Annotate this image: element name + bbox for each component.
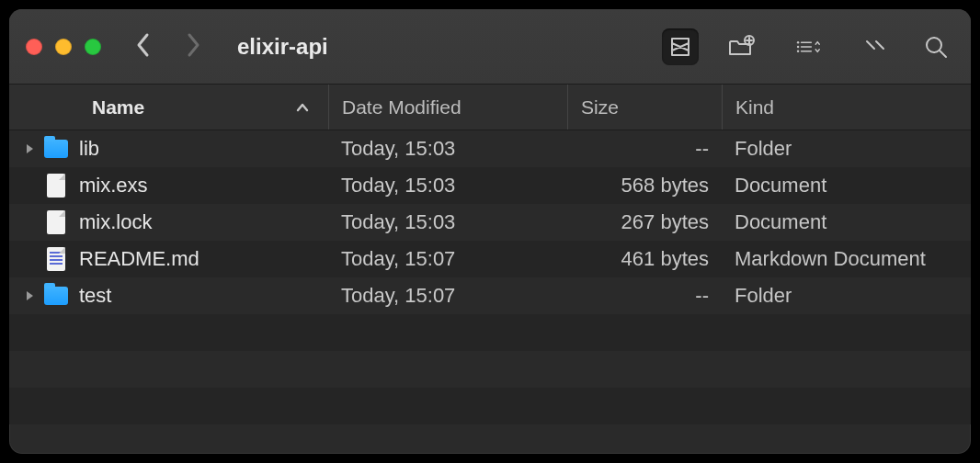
file-kind: Document [735, 174, 826, 198]
file-row[interactable]: testToday, 15:07--Folder [9, 277, 971, 314]
file-name: mix.lock [79, 210, 152, 234]
new-folder-button[interactable] [723, 28, 759, 65]
file-date: Today, 15:07 [341, 247, 455, 271]
column-header-size[interactable]: Size [567, 85, 722, 130]
file-date: Today, 15:07 [341, 284, 455, 308]
column-header-date[interactable]: Date Modified [328, 85, 567, 130]
search-button[interactable] [917, 28, 954, 65]
column-headers: Name Date Modified Size Kind [9, 85, 971, 130]
file-size: -- [695, 284, 709, 308]
file-date: Today, 15:03 [341, 210, 455, 234]
column-header-label: Date Modified [342, 96, 462, 119]
forward-button[interactable] [184, 31, 202, 62]
file-kind: Folder [735, 137, 792, 161]
file-size: 267 bytes [621, 210, 709, 234]
file-row[interactable]: README.mdToday, 15:07461 bytesMarkdown D… [9, 241, 971, 277]
file-size: 568 bytes [621, 174, 709, 198]
finder-window: elixir-api [9, 9, 971, 454]
file-kind: Folder [735, 284, 792, 308]
toolbar: elixir-api [9, 9, 971, 85]
empty-row [9, 314, 971, 351]
file-kind: Markdown Document [735, 247, 926, 271]
disclosure-triangle-icon[interactable] [20, 289, 39, 302]
svg-point-2 [797, 45, 799, 47]
svg-point-1 [797, 41, 799, 43]
column-header-label: Kind [735, 96, 774, 119]
file-list: libToday, 15:03--Foldermix.exsToday, 15:… [9, 130, 971, 454]
empty-row [9, 351, 971, 388]
column-header-label: Size [581, 96, 619, 119]
navigation-arrows [134, 31, 202, 62]
view-options-button[interactable] [783, 28, 833, 65]
overflow-button[interactable] [857, 28, 894, 65]
file-size: -- [695, 137, 709, 161]
file-name: test [79, 284, 111, 308]
file-row[interactable]: mix.exsToday, 15:03568 bytesDocument [9, 167, 971, 204]
back-button[interactable] [134, 31, 153, 62]
toolbar-actions [662, 28, 954, 65]
close-window-button[interactable] [26, 39, 42, 55]
window-controls [26, 39, 101, 55]
file-date: Today, 15:03 [341, 174, 455, 198]
document-file-icon [44, 210, 68, 234]
file-kind: Document [735, 210, 826, 234]
file-name: mix.exs [79, 174, 148, 198]
markdown-file-icon [44, 247, 68, 271]
column-header-name[interactable]: Name [9, 85, 328, 130]
disclosure-triangle-icon[interactable] [20, 142, 39, 155]
file-name: README.md [79, 247, 199, 271]
document-file-icon [44, 174, 68, 198]
file-row[interactable]: mix.lockToday, 15:03267 bytesDocument [9, 204, 971, 241]
folder-icon [44, 137, 68, 161]
column-header-label: Name [92, 96, 144, 119]
window-title: elixir-api [237, 34, 662, 60]
column-header-kind[interactable]: Kind [722, 85, 971, 130]
file-date: Today, 15:03 [341, 137, 455, 161]
app-action-button[interactable] [662, 28, 699, 65]
sort-ascending-icon [295, 96, 310, 119]
file-name: lib [79, 137, 99, 161]
file-row[interactable]: libToday, 15:03--Folder [9, 130, 971, 167]
minimize-window-button[interactable] [55, 39, 72, 55]
empty-row [9, 388, 971, 424]
file-size: 461 bytes [621, 247, 709, 271]
svg-point-3 [797, 50, 799, 51]
folder-icon [44, 284, 68, 308]
zoom-window-button[interactable] [85, 39, 101, 55]
